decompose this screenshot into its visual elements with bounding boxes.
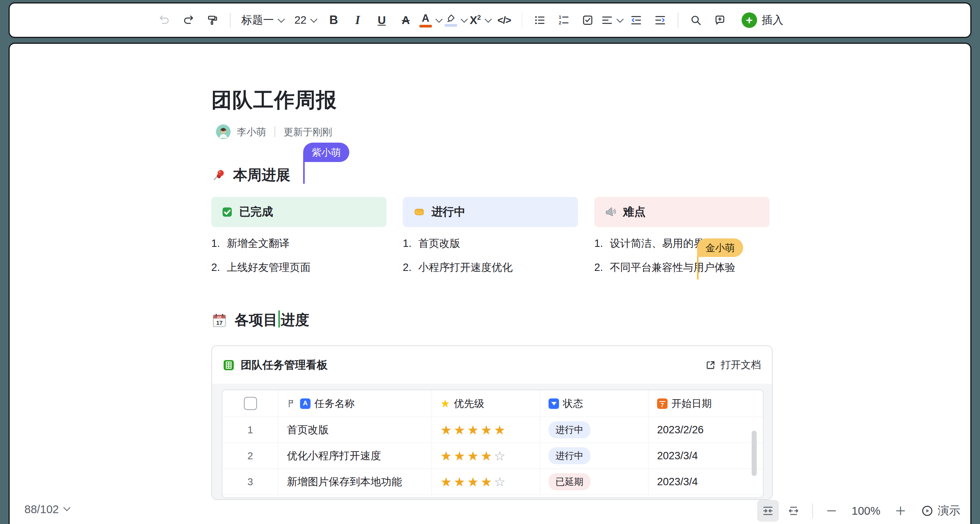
priority-stars[interactable]: ★★★★★ — [440, 422, 507, 438]
list-item[interactable]: 2. 小程序打开速度优化 — [403, 261, 578, 274]
format-painter-button[interactable] — [202, 9, 223, 31]
outdent-icon — [630, 14, 642, 26]
status-badge[interactable]: 已延期 — [549, 473, 590, 490]
superscript-button[interactable]: X2 — [470, 9, 491, 31]
open-document-icon — [705, 360, 716, 371]
alignment-button[interactable] — [601, 9, 623, 31]
list-number: 2. — [594, 261, 610, 274]
task-name-cell[interactable]: 首页改版 — [287, 423, 329, 437]
chevron-down-icon — [616, 16, 623, 22]
list-in-progress: 1. 首页改版 2. 小程序打开速度优化 — [403, 237, 578, 285]
table-row[interactable]: 3 新增图片保存到本地功能 ★★★★☆ 已延期 2023/3/4 — [223, 469, 763, 495]
select-all-checkbox[interactable] — [244, 397, 257, 410]
list-number: 1. — [403, 237, 418, 250]
italic-button[interactable]: I — [347, 9, 368, 31]
font-size-select[interactable]: 22 — [291, 9, 320, 31]
comment-icon — [714, 14, 726, 26]
list-item[interactable]: 2. 不同平台兼容性与用户体验 — [594, 261, 770, 274]
bold-button[interactable]: B — [323, 9, 344, 31]
avatar[interactable] — [216, 124, 231, 139]
column-header-priority[interactable]: ★ 优先级 — [432, 390, 540, 417]
table-scrollbar[interactable] — [752, 431, 757, 476]
section-heading-progress[interactable]: 本周进展 — [211, 165, 290, 185]
list-number: 1. — [211, 237, 227, 250]
column-header-label: 优先级 — [454, 397, 484, 410]
section-heading-projects[interactable]: JUL 17 各项目进度 — [211, 310, 309, 330]
column-header-status[interactable]: 状态 — [540, 390, 649, 417]
task-name-cell[interactable]: 新增图片保存到本地功能 — [287, 475, 402, 489]
indent-button[interactable] — [650, 9, 671, 31]
numbered-list-button[interactable]: 12 — [553, 9, 574, 31]
card-title-wrap: 团队任务管理看板 — [223, 358, 328, 372]
panel-difficulty[interactable]: 难点 — [594, 197, 770, 227]
author-name[interactable]: 李小萌 — [237, 126, 266, 138]
search-button[interactable] — [685, 9, 706, 31]
status-lists: 1. 新增全文翻译 2. 上线好友管理页面 1. 首页改版 2. — [211, 237, 773, 285]
fit-width-button[interactable] — [757, 500, 779, 522]
page-indicator[interactable]: 88/102 — [24, 503, 69, 516]
date-field-icon: 7 — [657, 398, 668, 409]
insert-button[interactable]: + 插入 — [733, 9, 792, 31]
list-item[interactable]: 1. 新增全文翻译 — [211, 237, 386, 250]
column-header-name[interactable]: A 任务名称 — [278, 390, 432, 417]
highlight-color-button[interactable] — [445, 9, 467, 31]
strikethrough-icon: A — [402, 14, 410, 27]
panel-in-progress[interactable]: 进行中 — [403, 197, 578, 227]
status-badge[interactable]: 进行中 — [549, 447, 590, 464]
priority-stars[interactable]: ★★★★☆ — [440, 448, 507, 464]
full-width-button[interactable] — [783, 500, 804, 522]
text-field-icon: A — [300, 398, 311, 409]
align-left-icon — [601, 14, 613, 26]
panel-done[interactable]: 已完成 — [211, 197, 386, 227]
table-row[interactable]: 2 优化小程序打开速度 ★★★★☆ 进行中 2023/3/4 — [223, 443, 763, 469]
list-item[interactable]: 1. 首页改版 — [403, 237, 578, 250]
list-item[interactable]: 2. 上线好友管理页面 — [211, 261, 386, 274]
priority-stars[interactable]: ★★★★☆ — [440, 474, 507, 490]
start-date-cell[interactable]: 2023/3/4 — [657, 450, 698, 462]
redo-button[interactable] — [178, 9, 199, 31]
indent-icon — [654, 14, 666, 26]
outdent-button[interactable] — [626, 9, 647, 31]
task-name-cell[interactable]: 优化小程序打开速度 — [287, 449, 381, 463]
font-size-value: 22 — [295, 14, 307, 26]
zoom-level[interactable]: 100% — [852, 505, 880, 517]
present-button[interactable]: 演示 — [921, 503, 960, 519]
status-badge[interactable]: 进行中 — [549, 421, 590, 438]
bullet-list-button[interactable] — [529, 9, 550, 31]
superscript-icon: X2 — [470, 14, 481, 27]
paragraph-style-select[interactable]: 标题一 — [238, 9, 288, 31]
zoom-out-button[interactable] — [821, 500, 842, 522]
text-color-icon: A — [419, 13, 432, 28]
list-difficulty: 1. 设计简洁、易用的界面 2. 不同平台兼容性与用户体验 金小萌 — [594, 237, 770, 285]
list-item[interactable]: 1. 设计简洁、易用的界面 — [594, 237, 770, 250]
start-date-cell[interactable]: 2023/3/4 — [657, 476, 698, 488]
open-document-button[interactable]: 打开文档 — [705, 358, 761, 372]
text-color-button[interactable]: A — [419, 9, 442, 31]
column-header-date[interactable]: 7 开始日期 — [649, 390, 763, 417]
inline-code-button[interactable]: </> — [494, 9, 515, 31]
play-circle-icon — [921, 505, 933, 517]
italic-icon: I — [355, 13, 360, 27]
chevron-down-icon — [278, 16, 285, 22]
chevron-down-icon — [461, 16, 468, 22]
collaborator-tag-purple: 紫小萌 — [303, 143, 349, 162]
document-title[interactable]: 团队工作周报 — [211, 86, 337, 114]
comment-button[interactable] — [709, 9, 730, 31]
list-text: 小程序打开速度优化 — [418, 261, 512, 274]
table-row[interactable]: 1 首页改版 ★★★★★ 进行中 2023/2/26 — [223, 417, 763, 443]
document-content: 团队工作周报 李小萌 更新于刚刚 紫小萌 — [211, 44, 773, 524]
card-title[interactable]: 团队任务管理看板 — [241, 358, 328, 372]
updated-time: 更新于刚刚 — [284, 126, 332, 138]
section-title: 各项目进度 — [235, 310, 309, 330]
formatting-toolbar: 标题一 22 B I U A A X2 </> — [9, 2, 971, 38]
todo-list-button[interactable] — [577, 9, 598, 31]
zoom-in-button[interactable] — [890, 500, 911, 522]
insert-plus-icon: + — [742, 12, 757, 28]
underline-button[interactable]: U — [371, 9, 392, 31]
undo-button[interactable] — [154, 9, 175, 31]
card-body: A 任务名称 ★ 优先级 状态 — [212, 384, 772, 499]
start-date-cell[interactable]: 2023/2/26 — [657, 424, 704, 436]
table-row-partial — [223, 495, 763, 498]
bold-icon: B — [329, 13, 338, 27]
strikethrough-button[interactable]: A — [395, 9, 416, 31]
